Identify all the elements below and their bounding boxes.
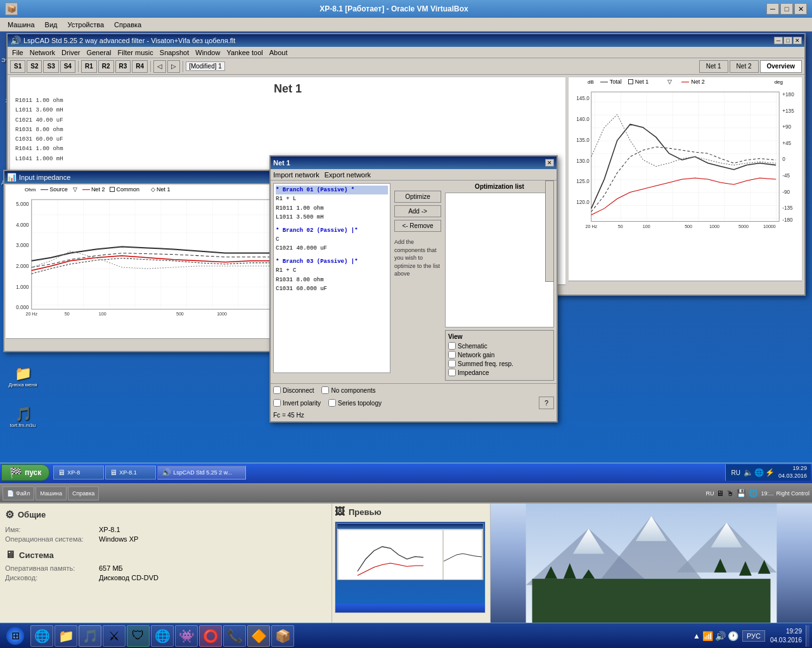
lspcad-maximize-btn[interactable]: □ <box>783 37 792 44</box>
win7-tray-volume[interactable]: 🔊 <box>715 631 726 641</box>
series-topology-cb[interactable] <box>328 399 336 407</box>
win7-item-ie[interactable]: 🌐 <box>30 625 53 647</box>
tab-net2[interactable]: Net 2 <box>730 60 759 73</box>
vbox-menu-devices[interactable]: Устройства <box>62 20 109 30</box>
view-summed-freq-cb[interactable] <box>448 360 456 367</box>
toolbar-r4[interactable]: R4 <box>132 60 148 73</box>
remove-btn[interactable]: <- Remove <box>394 220 441 232</box>
win7-tray-up-icon[interactable]: ▲ <box>693 632 700 640</box>
vbox-menu-machine[interactable]: Машина <box>3 20 40 30</box>
tab-net1[interactable]: Net 1 <box>699 60 728 73</box>
toolbar-icon2[interactable]: ▷ <box>167 60 180 73</box>
win7-lang[interactable]: РУС <box>742 630 765 642</box>
menu-yankee[interactable]: Yankee tool <box>223 48 266 57</box>
toolbar-s2[interactable]: S2 <box>27 60 42 73</box>
xp-start-btn[interactable]: 🏁 пуск <box>1 464 49 481</box>
menu-about[interactable]: About <box>266 48 291 57</box>
menu-window[interactable]: Window <box>192 48 223 57</box>
tray-icon3[interactable]: ⚡ <box>765 468 775 477</box>
vbox-task-help[interactable]: Справка <box>68 486 99 500</box>
svg-rect-26 <box>591 92 779 221</box>
win7-tray-clock[interactable]: 🕐 <box>728 631 738 641</box>
win7-item-explorer[interactable]: 📁 <box>55 625 77 647</box>
dnyukha-icon: 📁 <box>15 365 32 382</box>
win7-item-app4[interactable]: ⭕ <box>199 625 222 647</box>
menu-network[interactable]: Network <box>27 48 58 57</box>
taskbar-xp-item3[interactable]: 🔊 LspCAD Std 5.25 2 w... <box>157 466 246 480</box>
net1-right-panel: Optimization list View Schematic <box>445 183 554 381</box>
no-components-cb[interactable] <box>321 386 329 394</box>
win7-item-app5[interactable]: 🔶 <box>247 625 270 647</box>
vbox-menu-help[interactable]: Справка <box>109 20 146 30</box>
disconnect-cb[interactable] <box>273 386 281 394</box>
vbox-maximize-btn[interactable]: □ <box>780 3 793 15</box>
win7-item-viber[interactable]: 📞 <box>223 625 246 647</box>
impedance-ohm-label: Ohm <box>25 187 35 193</box>
comp-r1011: R1011 1.00 ohm <box>15 96 63 106</box>
vbox-task-machine[interactable]: Машина <box>35 486 67 500</box>
view-network-gain-cb[interactable] <box>448 351 456 359</box>
tray-icon2[interactable]: 🌐 <box>754 468 764 477</box>
graph-scrollbar[interactable] <box>569 281 802 292</box>
toolbar-r2[interactable]: R2 <box>98 60 114 73</box>
vbox-status-icon1[interactable]: 🖥 <box>716 489 724 498</box>
win7-item-vbox[interactable]: 📦 <box>271 625 294 647</box>
win7-tray-network[interactable]: 📶 <box>702 631 713 641</box>
xp-time: 19:29 <box>778 465 807 473</box>
vbox-task-file[interactable]: 📄 Файл <box>3 486 34 500</box>
win7-item-app1[interactable]: ⚔ <box>103 625 126 647</box>
vbox-status-icon4[interactable]: 🌐 <box>749 489 758 498</box>
vbox-status-icon2[interactable]: 🖱 <box>726 489 734 498</box>
win7-start-btn[interactable]: ⊞ <box>3 625 28 647</box>
taskbar-xp-item1[interactable]: 🖥 XP-8 <box>53 466 104 480</box>
vbox-close-btn[interactable]: ✕ <box>794 3 807 15</box>
svg-text:0.000: 0.000 <box>16 305 29 310</box>
win7-item-chrome[interactable]: 🌐 <box>151 625 174 647</box>
toolbar-r3[interactable]: R3 <box>115 60 131 73</box>
landscape-section <box>491 504 812 623</box>
menu-general[interactable]: General <box>83 48 114 57</box>
view-impedance-cb[interactable] <box>448 369 456 376</box>
tab-overview[interactable]: Overview <box>760 60 802 73</box>
net1-menu-import[interactable]: Import network <box>273 171 319 179</box>
add-btn[interactable]: Add -> <box>394 205 441 217</box>
tray-icon1[interactable]: 🔈 <box>744 468 753 477</box>
disconnect-label: Disconnect <box>283 387 314 394</box>
view-schematic-cb[interactable] <box>448 342 456 350</box>
show-desktop-btn[interactable] <box>806 625 809 647</box>
menu-driver[interactable]: Driver <box>58 48 83 57</box>
vbox-minimize-btn[interactable]: ─ <box>766 3 779 15</box>
toolbar-icon1[interactable]: ◁ <box>153 60 166 73</box>
help-btn[interactable]: ? <box>539 397 554 409</box>
menu-snapshot[interactable]: Snapshot <box>157 48 192 57</box>
branch01-header: * Branch 01 (Passive) * <box>276 186 388 194</box>
net1-branch-list[interactable]: * Branch 01 (Passive) * R1 + L R1011 1.0… <box>273 183 390 373</box>
win7-item-media[interactable]: 🎵 <box>79 625 101 647</box>
win7-windows-icon: ⊞ <box>11 630 20 642</box>
opt-list-vscroll[interactable] <box>545 181 554 282</box>
optimize-btn[interactable]: Optimize <box>394 191 441 203</box>
win7-item-app2[interactable]: 🛡 <box>127 625 150 647</box>
lspcad-icon: 🔊 <box>10 35 21 46</box>
invert-polarity-cb[interactable] <box>273 399 281 407</box>
desktop-icon-dnyukha[interactable]: 📁 Днюха меня <box>0 356 46 397</box>
vbox-menu-view[interactable]: Вид <box>40 20 63 30</box>
win7-item-app3[interactable]: 👾 <box>175 625 198 647</box>
net1-dialog-title: Net 1 <box>273 159 545 167</box>
toolbar-s3[interactable]: S3 <box>43 60 58 73</box>
vbox-status-icon3[interactable]: 💾 <box>737 489 746 498</box>
branch01-l1011: L1011 3.500 mH <box>276 213 388 222</box>
menu-file[interactable]: File <box>9 48 27 57</box>
menu-filtermusic[interactable]: Filter music <box>115 48 157 57</box>
toolbar-r1[interactable]: R1 <box>81 60 97 73</box>
toolbar-s4[interactable]: S4 <box>60 60 75 73</box>
checkbox-row2: Invert polarity Series topology ? <box>273 397 554 409</box>
lspcad-minimize-btn[interactable]: ─ <box>774 37 783 44</box>
toolbar-s1[interactable]: S1 <box>10 60 25 73</box>
taskbar-xp-item2[interactable]: 🖥 XP-8.1 <box>105 466 156 480</box>
desktop-icon-tort[interactable]: 🎵 tort.fm.m3u <box>0 397 46 437</box>
net1-menu-export[interactable]: Export network <box>325 171 371 179</box>
lspcad-close-btn[interactable]: ✕ <box>793 37 802 44</box>
net1-menubar: Import network Export network <box>271 169 557 181</box>
net1-close-btn[interactable]: ✕ <box>545 159 554 167</box>
